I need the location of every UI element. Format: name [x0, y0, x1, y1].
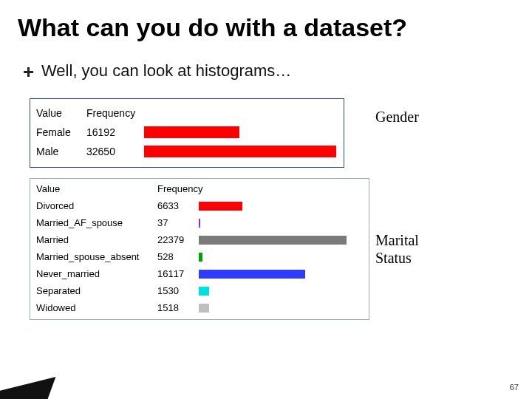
value-cell: Married	[30, 231, 157, 248]
header-value: Value	[30, 180, 157, 197]
bar-cell	[199, 270, 354, 279]
table-row: Widowed1518	[30, 299, 369, 316]
value-cell: Never_married	[30, 265, 157, 282]
table-row: Married_spouse_absent528	[30, 248, 369, 265]
bar-cell	[199, 236, 354, 245]
bar-icon	[199, 270, 305, 279]
bar-cell	[144, 126, 344, 138]
freq-cell: 6633	[157, 197, 199, 214]
value-cell: Divorced	[30, 197, 157, 214]
freq-cell: 32650	[86, 146, 144, 157]
page-number: 67	[510, 383, 519, 392]
header-value: Value	[30, 107, 86, 119]
subtitle-row: Well, you can look at histograms…	[0, 42, 532, 81]
gender-label: Gender	[375, 109, 419, 126]
table-row: Male32650	[30, 142, 344, 161]
header-freq: Frequency	[86, 107, 144, 119]
bar-icon	[199, 253, 202, 262]
table-row: Divorced6633	[30, 197, 369, 214]
bar-cell	[199, 202, 354, 211]
bar-icon	[199, 304, 209, 313]
table-row: Separated1530	[30, 282, 369, 299]
freq-cell: 37	[157, 214, 199, 231]
bar-icon	[144, 126, 239, 138]
freq-cell: 1518	[157, 299, 199, 316]
table-header: Value Frequency	[30, 103, 344, 123]
bar-icon	[144, 146, 336, 157]
plus-bullet-icon	[24, 67, 34, 78]
chart-area: Gender Value Frequency Female16192Male32…	[30, 98, 502, 320]
subtitle: Well, you can look at histograms…	[41, 61, 291, 81]
table-row: Married22379	[30, 231, 369, 248]
table-header: Value Frequency	[30, 180, 369, 197]
value-cell: Married_AF_spouse	[30, 214, 157, 231]
freq-cell: 1530	[157, 282, 199, 299]
bar-cell	[199, 304, 354, 313]
value-cell: Separated	[30, 282, 157, 299]
value-cell: Male	[30, 146, 86, 157]
freq-cell: 16117	[157, 265, 199, 282]
bar-cell	[199, 219, 354, 228]
table-row: Never_married16117	[30, 265, 369, 282]
bar-icon	[199, 287, 209, 296]
bar-cell	[199, 287, 354, 296]
gender-histogram: Value Frequency Female16192Male32650	[30, 98, 344, 168]
marital-histogram: Value Frequency Divorced6633Married_AF_s…	[30, 178, 369, 320]
table-row: Female16192	[30, 123, 344, 142]
freq-cell: 16192	[86, 126, 144, 138]
value-cell: Widowed	[30, 299, 157, 316]
table-row: Married_AF_spouse37	[30, 214, 369, 231]
bar-cell	[144, 146, 344, 157]
value-cell: Female	[30, 126, 86, 138]
bar-cell	[199, 253, 354, 262]
header-freq: Frequency	[157, 180, 199, 197]
bar-icon	[199, 236, 347, 245]
bar-icon	[199, 202, 242, 211]
bar-icon	[199, 219, 200, 228]
marital-label: MaritalStatus	[375, 231, 419, 267]
value-cell: Married_spouse_absent	[30, 248, 157, 265]
page-title: What can you do with a dataset?	[0, 0, 532, 42]
accent-wedge	[0, 377, 55, 399]
freq-cell: 528	[157, 248, 199, 265]
freq-cell: 22379	[157, 231, 199, 248]
